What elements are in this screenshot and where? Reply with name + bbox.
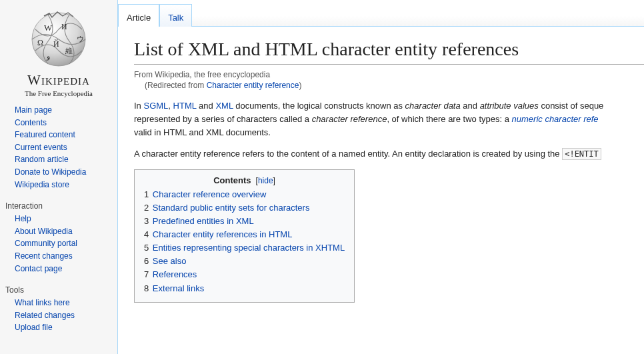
page-title: List of XML and HTML character entity re… [134, 39, 644, 65]
nav-random-article[interactable]: Random article [15, 155, 69, 164]
link-html[interactable]: HTML [173, 101, 197, 111]
nav-what-links-here[interactable]: What links here [15, 298, 70, 307]
nav-related-changes[interactable]: Related changes [15, 311, 75, 320]
tools-heading: Tools [5, 279, 112, 297]
svg-text:維: 維 [65, 47, 73, 55]
svg-text:И: И [61, 22, 67, 31]
tab-article[interactable]: Article [118, 4, 159, 27]
slogan: The Free Encyclopedia [0, 89, 117, 97]
logo[interactable]: W И ウ Ω Й 維 و Wikipedia The Free Encyclo… [0, 5, 117, 104]
toc-item[interactable]: 7 References [144, 268, 345, 281]
toc-item[interactable]: 3 Predefined entities in XML [144, 215, 345, 228]
toc-item[interactable]: 6 See also [144, 255, 345, 268]
redirect-note: (Redirected from Character entity refere… [134, 81, 644, 90]
nav-contents[interactable]: Contents [15, 118, 47, 127]
tab-talk[interactable]: Talk [159, 4, 192, 27]
toc-item[interactable]: 1 Character reference overview [144, 188, 345, 201]
sidebar: W И ウ Ω Й 維 و Wikipedia The Free Encyclo… [0, 0, 117, 354]
wikipedia-globe-icon: W И ウ Ω Й 維 و [19, 9, 99, 69]
lead-paragraph-2: A character entity reference refers to t… [134, 147, 644, 161]
nav-store[interactable]: Wikipedia store [15, 180, 69, 189]
toc-item[interactable]: 8 External links [144, 282, 345, 295]
svg-text:Й: Й [53, 39, 59, 49]
svg-text:و: و [46, 52, 50, 61]
redirect-link[interactable]: Character entity reference [207, 81, 299, 90]
content-pane: Article Talk List of XML and HTML charac… [117, 0, 644, 354]
entity-syntax-code: <!ENTIT [562, 148, 601, 160]
nav-donate[interactable]: Donate to Wikipedia [15, 167, 86, 177]
nav-upload-file[interactable]: Upload file [15, 323, 53, 332]
nav-community-portal[interactable]: Community portal [15, 239, 77, 248]
wordmark: Wikipedia [0, 72, 117, 89]
lead-paragraph-1: In SGML, HTML and XML documents, the log… [134, 99, 644, 139]
nav-main-page[interactable]: Main page [15, 105, 52, 115]
nav-about[interactable]: About Wikipedia [15, 227, 73, 236]
nav-recent-changes[interactable]: Recent changes [15, 251, 73, 261]
interaction-heading: Interaction [5, 195, 112, 213]
svg-text:Ω: Ω [37, 38, 43, 47]
site-sub: From Wikipedia, the free encyclopedia [134, 70, 644, 79]
toc-item[interactable]: 5 Entities representing special characte… [144, 241, 345, 255]
svg-text:ウ: ウ [77, 35, 84, 43]
toc-hide-link[interactable]: hide [258, 176, 273, 185]
link-sgml[interactable]: SGML [143, 101, 168, 111]
sidebar-interaction: Interaction Help About Wikipedia Communi… [0, 195, 117, 279]
link-numeric-char-ref[interactable]: numeric character refe [512, 114, 599, 124]
toc-item[interactable]: 2 Standard public entity sets for charac… [144, 201, 345, 215]
svg-text:W: W [44, 23, 53, 33]
page-tabs: Article Talk [118, 0, 644, 27]
toc-toggle: [hide] [253, 176, 275, 185]
nav-featured-content[interactable]: Featured content [15, 130, 75, 139]
link-xml[interactable]: XML [215, 101, 233, 111]
sidebar-tools: Tools What links here Related changes Up… [0, 279, 117, 338]
article-body: List of XML and HTML character entity re… [118, 27, 644, 303]
nav-current-events[interactable]: Current events [15, 143, 67, 152]
sidebar-main-nav: Main page Contents Featured content Curr… [0, 104, 117, 195]
toc-item[interactable]: 4 Character entity references in HTML [144, 228, 345, 241]
table-of-contents: Contents [hide] 1 Character reference ov… [134, 169, 355, 303]
toc-title: Contents [213, 175, 251, 185]
nav-contact[interactable]: Contact page [15, 264, 62, 273]
nav-help[interactable]: Help [15, 214, 31, 223]
